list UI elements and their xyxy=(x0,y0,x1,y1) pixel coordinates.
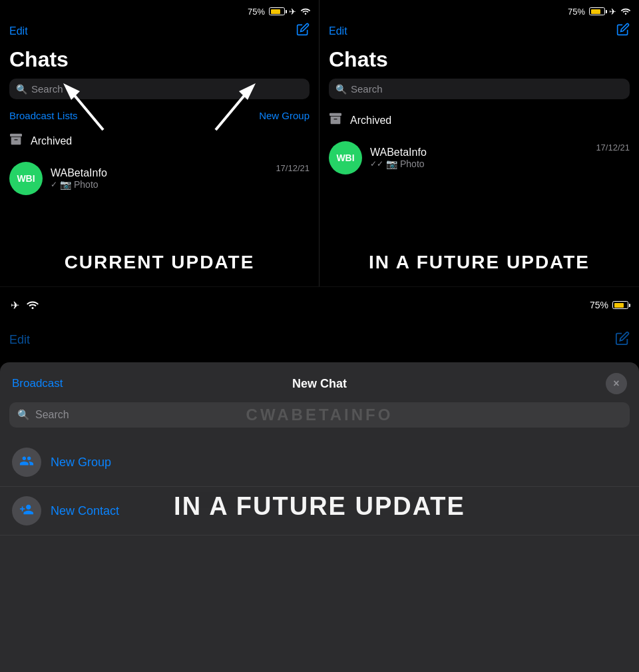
new-group-icon-bg xyxy=(12,448,41,477)
right-chat-date: 17/12/21 xyxy=(596,143,630,153)
sheet-search-placeholder: Search xyxy=(35,409,69,421)
sheet-header: Broadcast New Chat × xyxy=(0,362,639,402)
svg-rect-1 xyxy=(10,134,22,137)
left-battery-icon xyxy=(269,7,285,15)
left-avatar-text: WBI xyxy=(17,173,35,184)
svg-point-0 xyxy=(305,13,306,14)
left-panel: 75% ✈ Edit xyxy=(0,0,320,286)
left-overlay-label: CURRENT UPDATE xyxy=(0,252,319,273)
edit-row: Edit xyxy=(0,323,639,356)
left-status-bar: 75% ✈ xyxy=(0,0,319,20)
right-chats-title: Chats xyxy=(320,45,639,79)
right-airplane-icon: ✈ xyxy=(609,7,616,17)
middle-status-bar: ✈ 75% xyxy=(0,286,639,323)
left-battery-percent: 75% xyxy=(248,7,265,17)
new-contact-icon-bg xyxy=(12,496,41,525)
sheet-title: New Chat xyxy=(292,377,347,391)
right-chat-item[interactable]: WBI WABetaInfo ✓✓ 📷 Photo 17/12/21 xyxy=(320,135,639,181)
right-battery-icon xyxy=(589,7,605,15)
left-broadcast-link[interactable]: Broadcast Lists xyxy=(9,110,78,121)
new-contact-menu-item[interactable]: New Contact xyxy=(0,487,639,535)
sheet-close-button[interactable]: × xyxy=(606,373,627,394)
left-new-group-link[interactable]: New Group xyxy=(259,110,310,121)
sheet-broadcast-link[interactable]: Broadcast xyxy=(12,377,63,390)
right-chat-preview: ✓✓ 📷 Photo xyxy=(370,159,588,169)
right-avatar-text: WBI xyxy=(336,153,354,163)
new-contact-icon xyxy=(19,502,34,520)
right-avatar: WBI xyxy=(329,141,362,174)
right-chat-info: WABetaInfo ✓✓ 📷 Photo xyxy=(370,147,588,169)
middle-airplane-icon: ✈ xyxy=(11,299,19,312)
left-search-bar[interactable]: 🔍 Search xyxy=(9,79,310,99)
right-panel: 75% ✈ Edit xyxy=(320,0,639,286)
middle-wifi-icon xyxy=(26,299,39,312)
sheet-search-bar[interactable]: 🔍 Search xyxy=(9,402,630,428)
edit-row-compose-icon[interactable] xyxy=(615,331,630,349)
new-group-label: New Group xyxy=(51,456,111,470)
left-chat-item[interactable]: WBI WABetaInfo ✓ 📷 Photo 17/12/21 xyxy=(0,155,319,202)
right-camera-icon: 📷 xyxy=(386,159,397,169)
left-chats-title: Chats xyxy=(0,45,319,79)
middle-battery-percent: 75% xyxy=(590,300,608,310)
right-archived-row[interactable]: Archived xyxy=(320,106,639,135)
new-contact-label: New Contact xyxy=(51,504,119,518)
right-search-icon: 🔍 xyxy=(335,84,347,95)
left-compose-icon[interactable] xyxy=(296,23,310,39)
right-wifi-icon xyxy=(620,7,631,17)
left-chat-preview: ✓ 📷 Photo xyxy=(51,179,268,190)
left-avatar: WBI xyxy=(9,162,43,195)
right-status-bar: 75% ✈ xyxy=(320,0,639,20)
right-checkmark: ✓✓ xyxy=(370,159,383,168)
right-archived-text: Archived xyxy=(350,115,391,127)
new-group-icon xyxy=(19,454,34,472)
left-archive-icon xyxy=(9,133,23,149)
right-search-placeholder: Search xyxy=(351,83,383,95)
left-wifi-icon xyxy=(300,7,311,17)
left-chat-name: WABetaInfo xyxy=(51,167,268,179)
right-search-bar[interactable]: 🔍 Search xyxy=(329,79,630,99)
svg-point-6 xyxy=(625,13,626,14)
left-broadcast-row: Broadcast Lists New Group xyxy=(0,106,319,127)
left-edit-button[interactable]: Edit xyxy=(9,25,28,37)
new-group-menu-item[interactable]: New Group xyxy=(0,438,639,487)
middle-icons: ✈ xyxy=(11,299,39,312)
left-chat-date: 17/12/21 xyxy=(276,163,310,173)
middle-battery-icon xyxy=(612,301,628,309)
left-archived-row[interactable]: Archived xyxy=(0,127,319,155)
left-chat-info: WABetaInfo ✓ 📷 Photo xyxy=(51,167,268,190)
right-archive-icon xyxy=(329,113,342,128)
left-airplane-icon: ✈ xyxy=(289,7,296,17)
right-panel-header: Edit xyxy=(320,20,639,45)
svg-point-8 xyxy=(32,307,34,309)
left-checkmark: ✓ xyxy=(51,180,57,189)
sheet-search-icon: 🔍 xyxy=(17,409,30,421)
left-camera-icon: 📷 xyxy=(60,179,71,190)
right-chat-name: WABetaInfo xyxy=(370,147,588,159)
left-archived-text: Archived xyxy=(31,135,72,147)
svg-rect-7 xyxy=(329,113,341,116)
bottom-sheet: Broadcast New Chat × 🔍 Search IN A FUTUR… xyxy=(0,362,639,672)
right-battery-percent: 75% xyxy=(568,7,585,17)
right-compose-icon[interactable] xyxy=(616,23,630,39)
right-edit-button[interactable]: Edit xyxy=(329,25,347,37)
left-search-placeholder: Search xyxy=(31,83,63,95)
left-panel-header: Edit xyxy=(0,20,319,45)
edit-row-label[interactable]: Edit xyxy=(9,333,30,347)
right-overlay-label: IN A FUTURE UPDATE xyxy=(320,252,639,273)
left-search-icon: 🔍 xyxy=(16,84,27,95)
